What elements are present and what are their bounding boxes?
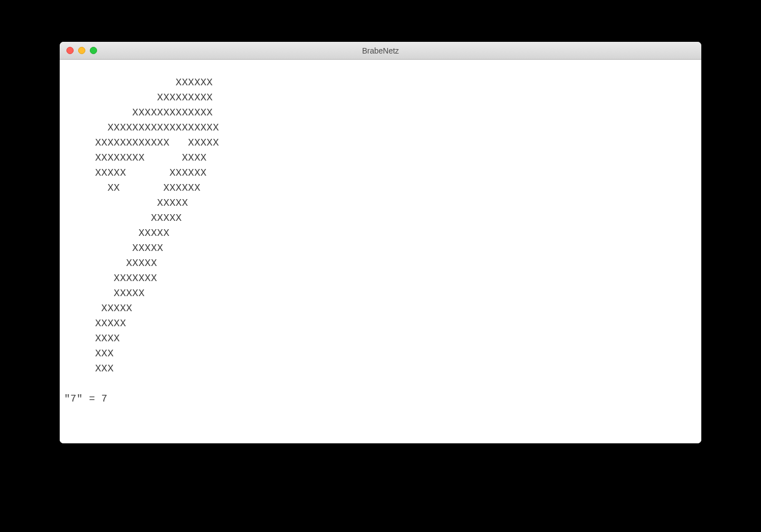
app-window: BrabeNetz XXXXXX XXXXXXXXX XXXXXXXXXXXXX… — [60, 42, 701, 443]
minimize-button[interactable] — [78, 47, 85, 54]
window-content: XXXXXX XXXXXXXXX XXXXXXXXXXXXX XXXXXXXXX… — [60, 60, 701, 443]
traffic-lights — [60, 47, 97, 54]
titlebar[interactable]: BrabeNetz — [60, 42, 701, 60]
window-title: BrabeNetz — [60, 46, 701, 55]
close-button[interactable] — [66, 47, 74, 54]
terminal-output: XXXXXX XXXXXXXXX XXXXXXXXXXXXX XXXXXXXXX… — [64, 75, 697, 407]
zoom-button[interactable] — [90, 47, 97, 54]
